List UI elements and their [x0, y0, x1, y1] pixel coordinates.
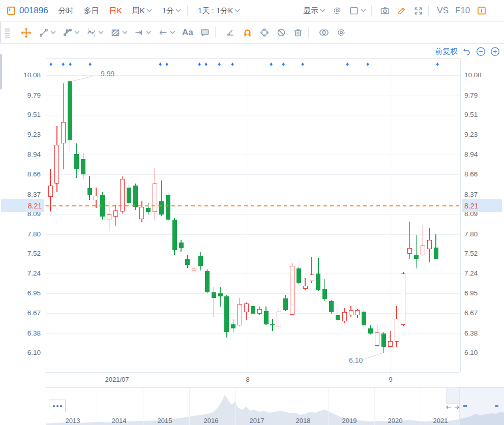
x-axis-tick: [102, 373, 102, 375]
candle-wick: [350, 306, 351, 317]
svg-text:3: 3: [94, 34, 96, 37]
navigator-area-chart: [0, 0, 504, 425]
tab-duori[interactable]: 多日: [81, 6, 102, 16]
event-marker-icon[interactable]: ♦: [346, 60, 349, 68]
chevron-down-icon: [170, 31, 175, 35]
tab-rik[interactable]: 日K: [106, 6, 125, 16]
divider: [428, 5, 429, 16]
event-marker-icon[interactable]: ♦: [218, 60, 221, 68]
compare-tool[interactable]: [318, 27, 330, 38]
event-marker-icon[interactable]: ♦: [88, 60, 92, 68]
vs-button[interactable]: VS: [437, 6, 449, 16]
event-marker-icon[interactable]: ♦: [301, 60, 304, 68]
event-marker-icon[interactable]: ♦: [62, 60, 65, 68]
tab-compound[interactable]: 1天 : 1分K: [195, 6, 243, 16]
magnet-tool[interactable]: [242, 27, 253, 38]
event-marker-icon[interactable]: ♦: [165, 60, 168, 68]
measure-tool[interactable]: [134, 27, 152, 38]
zoom-in-icon[interactable]: [490, 47, 500, 56]
display-menu[interactable]: 显示: [303, 6, 325, 16]
drawing-settings[interactable]: [336, 27, 346, 38]
delete-drawings-tool[interactable]: [293, 27, 303, 38]
navigator-pan-arrows[interactable]: [446, 403, 460, 412]
wave-icon: 13: [86, 27, 97, 38]
move-tool[interactable]: [20, 27, 32, 39]
more-options-button[interactable]: [49, 400, 66, 412]
y-axis-label-left: 7.24: [4, 269, 41, 277]
hide-drawings-tool[interactable]: [276, 27, 286, 38]
candle-body: [349, 310, 353, 315]
candle-wick: [344, 308, 345, 323]
event-marker-icon[interactable]: ♦: [69, 60, 72, 68]
selection-handle-right[interactable]: [495, 405, 498, 407]
gann-tool[interactable]: [110, 27, 128, 38]
pencil-icon[interactable]: [397, 6, 407, 16]
candle-body: [362, 312, 366, 325]
navigator-thumb[interactable]: [446, 387, 459, 404]
tab-fenshi[interactable]: 分时: [55, 6, 77, 16]
event-marker-icon[interactable]: ♦: [159, 60, 162, 68]
panel-left-icon[interactable]: [6, 6, 16, 16]
event-marker-icon[interactable]: ♦: [282, 60, 285, 68]
candle-wick: [403, 272, 403, 326]
gann-icon: [110, 27, 121, 38]
candle-wick: [429, 228, 430, 262]
settings-icon[interactable]: [332, 6, 342, 16]
event-marker-icon[interactable]: ♦: [231, 60, 234, 68]
candle-wick: [233, 319, 233, 332]
candle-wick: [70, 81, 70, 149]
event-marker-icon[interactable]: ♦: [436, 60, 439, 68]
tab-yifen[interactable]: 1分: [159, 6, 184, 16]
event-marker-icon[interactable]: ♦: [270, 60, 273, 68]
f10-button[interactable]: F10: [455, 6, 470, 16]
candle-body: [127, 188, 131, 203]
event-marker-icon[interactable]: ♦: [366, 60, 369, 68]
toolbar-drag-handle[interactable]: [5, 28, 14, 38]
event-marker-icon[interactable]: ♦: [49, 60, 52, 68]
wave-tool[interactable]: 13: [86, 27, 104, 38]
continuous-tool[interactable]: [259, 27, 270, 38]
annotation-connectors: [0, 0, 504, 425]
chevron-down-icon: [50, 31, 56, 35]
tab-zhouk[interactable]: 周K: [129, 6, 155, 16]
chevron-down-icon: [146, 9, 152, 13]
candle-body: [113, 210, 118, 217]
left-scrollbar[interactable]: [0, 54, 2, 89]
zoom-out-icon[interactable]: [476, 47, 486, 56]
x-axis-tick: [248, 373, 248, 375]
trendline-tool[interactable]: [63, 27, 80, 38]
drawing-settings-icon: [336, 27, 346, 38]
fullscreen-icon[interactable]: [413, 6, 423, 16]
layout-icon: [349, 6, 359, 16]
event-marker-icon[interactable]: ♦: [198, 60, 201, 68]
segment-tool[interactable]: [39, 27, 56, 38]
candlestick-plot-area[interactable]: 10.0810.089.799.799.519.519.239.238.948.…: [0, 0, 504, 425]
arrow-tool[interactable]: [158, 27, 175, 38]
comment-tool[interactable]: [200, 27, 210, 38]
chevron-down-icon: [98, 31, 104, 35]
candle-body: [120, 179, 125, 211]
candle-wick: [56, 126, 57, 192]
candle-wick: [324, 279, 325, 301]
panel-right-icon[interactable]: [477, 6, 487, 16]
candle-body: [81, 159, 85, 174]
layout-selector[interactable]: [349, 6, 366, 16]
candle-wick: [141, 201, 142, 222]
y-axis-label-left: 6.95: [4, 289, 41, 297]
navigator-selection-window[interactable]: [459, 387, 504, 425]
y-axis-label-right: 8.94: [464, 150, 501, 158]
y-axis-label-left: 7.80: [4, 230, 41, 238]
text-tool[interactable]: Aa: [182, 27, 193, 38]
adjust-mode-button[interactable]: 前复权: [435, 47, 458, 56]
camera-icon[interactable]: [380, 6, 390, 16]
candle-body: [395, 319, 399, 342]
stock-code[interactable]: 001896: [19, 6, 48, 16]
event-marker-icon[interactable]: ♦: [204, 60, 207, 68]
navigator-year-label: 2014: [112, 417, 127, 424]
tab-label: 分时: [58, 6, 74, 16]
angle-tool[interactable]: [225, 27, 235, 38]
candle-wick: [148, 203, 149, 215]
undo-icon[interactable]: [462, 47, 471, 56]
selection-handle-left[interactable]: [463, 405, 467, 407]
svg-text:1: 1: [88, 28, 90, 31]
